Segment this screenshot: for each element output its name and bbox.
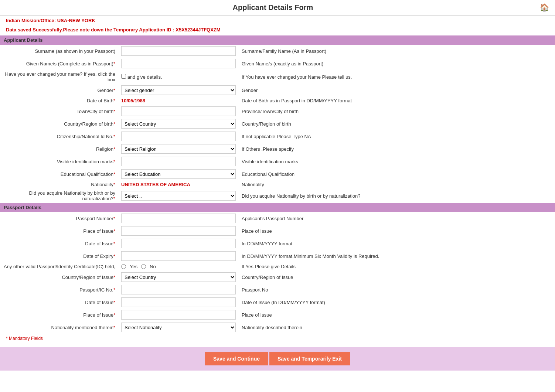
nationality-acquired-select[interactable]: Select .. By Birth By Naturalization — [121, 191, 236, 201]
surname-hint: Surname/Family Name (As in Passport) — [239, 45, 555, 57]
success-text: Data saved Successfully.Please note down… — [6, 27, 174, 33]
nationality-acquired-label: Did you acquire Nationality by birth or … — [0, 189, 118, 203]
table-row: Visible identification marks* Visible id… — [0, 155, 555, 168]
visible-marks-input[interactable] — [121, 157, 236, 166]
passport-ic-input[interactable] — [121, 285, 236, 294]
other-passport-radio-group: Yes No — [121, 264, 236, 269]
nationality-label: Nationality* — [0, 180, 118, 189]
visible-marks-input-cell — [118, 155, 239, 168]
table-row: Did you acquire Nationality by birth or … — [0, 189, 555, 203]
gender-select-cell: Select gender Male Female Other — [118, 84, 239, 96]
name-change-checkbox[interactable] — [121, 74, 126, 79]
dob-value: 10/05/1988 — [121, 98, 145, 103]
mandatory-note: * Mandatory Fields — [0, 334, 555, 343]
dob-value-cell: 10/05/1988 — [118, 96, 239, 105]
table-row: Date of Issue* In DD/MM/YYYY format — [0, 237, 555, 250]
country-issue-select[interactable]: Select Country India USA UK Other — [121, 272, 236, 282]
education-select[interactable]: Select Education High School Graduate Po… — [121, 169, 236, 179]
passport-number-input[interactable] — [121, 214, 236, 223]
town-input-cell — [118, 105, 239, 117]
applicant-details-section: Applicant Details Surname (as shown in y… — [0, 35, 555, 203]
date-expiry-label: Date of Expiry* — [0, 250, 118, 262]
other-passport-no-label: No — [150, 264, 156, 269]
table-row: Educational Qualification* Select Educat… — [0, 168, 555, 180]
app-id: X5X52344JTFQXZM — [176, 27, 220, 33]
given-names-input[interactable] — [121, 59, 236, 68]
save-continue-button[interactable]: Save and Continue — [205, 352, 268, 365]
name-change-suffix: and give details. — [127, 74, 162, 80]
gender-hint: Gender — [239, 84, 555, 96]
table-row: Nationality* UNITED STATES OF AMERICA Na… — [0, 180, 555, 189]
table-row: Place of Issue* Place of Issue — [0, 309, 555, 321]
religion-label: Religion* — [0, 143, 118, 155]
passport-ic-hint: Passport No — [239, 283, 555, 296]
visible-marks-label: Visible identification marks* — [0, 155, 118, 168]
place-issue2-input-cell — [118, 309, 239, 321]
nationality-value-cell: UNITED STATES OF AMERICA — [118, 180, 239, 189]
country-issue-label: Country/Region of Issue* — [0, 271, 118, 283]
table-row: Given Name/s (Complete as in Passport)* … — [0, 57, 555, 70]
country-birth-hint: Country/Region of birth — [239, 117, 555, 130]
gender-label: Gender* — [0, 84, 118, 96]
table-row: Passport Number* Applicant's Passport Nu… — [0, 212, 555, 225]
country-birth-select[interactable]: Select Country India USA UK Other — [121, 119, 236, 129]
surname-input[interactable] — [121, 46, 236, 56]
date-expiry-input[interactable] — [121, 251, 236, 261]
town-input[interactable] — [121, 106, 236, 116]
other-passport-radio-cell: Yes No — [118, 262, 239, 271]
other-passport-no-radio[interactable] — [141, 264, 146, 269]
other-passport-yes-radio[interactable] — [121, 264, 126, 269]
applicant-details-header: Applicant Details — [0, 35, 555, 45]
footer-bar: Save and Continue Save and Temporarily E… — [0, 347, 555, 371]
passport-ic-label: Passport/IC No.* — [0, 283, 118, 296]
country-issue-hint: Country/Region of Issue — [239, 271, 555, 283]
other-passport-hint: If Yes Please give Details — [239, 262, 555, 271]
table-row: Gender* Select gender Male Female Other … — [0, 84, 555, 96]
date-expiry-input-cell — [118, 250, 239, 262]
nationality-value: UNITED STATES OF AMERICA — [121, 182, 190, 187]
table-row: Date of Expiry* In DD/MM/YYYY format.Min… — [0, 250, 555, 262]
gender-select[interactable]: Select gender Male Female Other — [121, 85, 236, 95]
table-row: Date of Issue* Date of Issue (In DD/MM/Y… — [0, 296, 555, 309]
passport-number-label: Passport Number* — [0, 212, 118, 225]
date-issue2-input[interactable] — [121, 297, 236, 307]
save-exit-button[interactable]: Save and Temporarily Exit — [269, 352, 350, 365]
name-change-input-cell: and give details. — [118, 70, 239, 84]
place-issue2-input[interactable] — [121, 310, 236, 320]
table-row: Place of Issue* Place of Issue — [0, 225, 555, 237]
passport-ic-input-cell — [118, 283, 239, 296]
table-row: Nationality mentioned therein* Select Na… — [0, 321, 555, 334]
citizenship-hint: If not applicable Please Type NA — [239, 130, 555, 143]
given-names-input-cell — [118, 57, 239, 70]
place-issue-label: Place of Issue* — [0, 225, 118, 237]
religion-select[interactable]: Select Religion Hindu Muslim Christian S… — [121, 144, 236, 154]
place-issue2-hint: Place of Issue — [239, 309, 555, 321]
passport-details-header: Passport Details — [0, 203, 555, 212]
religion-hint: If Others .Please specify — [239, 143, 555, 155]
table-row: Religion* Select Religion Hindu Muslim C… — [0, 143, 555, 155]
citizenship-input[interactable] — [121, 132, 236, 141]
passport-details-section: Passport Details Passport Number* Applic… — [0, 203, 555, 334]
nationality-therein-hint: Nationality described therein — [239, 321, 555, 334]
other-passport-yes-label: Yes — [130, 264, 137, 269]
country-issue-select-cell: Select Country India USA UK Other — [118, 271, 239, 283]
home-icon[interactable]: 🏠 — [540, 3, 549, 12]
nationality-therein-select[interactable]: Select Nationality Indian American Briti… — [121, 323, 236, 332]
table-row: Town/City of birth* Province/Town/City o… — [0, 105, 555, 117]
education-hint: Educational Qualification — [239, 168, 555, 180]
surname-label: Surname (as shown in your Passport) — [0, 45, 118, 57]
given-names-label: Given Name/s (Complete as in Passport)* — [0, 57, 118, 70]
place-issue-input[interactable] — [121, 226, 236, 236]
date-issue-input[interactable] — [121, 239, 236, 248]
place-issue-input-cell — [118, 225, 239, 237]
date-issue-hint: In DD/MM/YYYY format — [239, 237, 555, 250]
nationality-therein-label: Nationality mentioned therein* — [0, 321, 118, 334]
table-row: Country/Region of Issue* Select Country … — [0, 271, 555, 283]
nationality-hint: Nationality — [239, 180, 555, 189]
date-expiry-hint: In DD/MM/YYYY format.Minimum Six Month V… — [239, 250, 555, 262]
passport-number-input-cell — [118, 212, 239, 225]
country-birth-label: Country/Region of birth* — [0, 117, 118, 130]
table-row: Have you ever changed your name? If yes,… — [0, 70, 555, 84]
mission-line: Indian Mission/Office: USA-NEW YORK — [0, 16, 555, 25]
name-change-hint: If You have ever changed your Name Pleas… — [239, 70, 555, 84]
